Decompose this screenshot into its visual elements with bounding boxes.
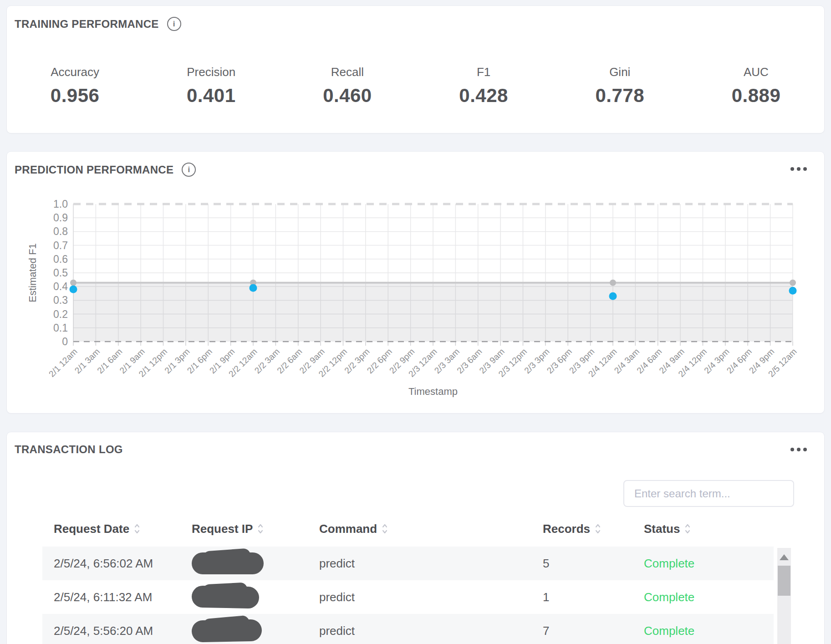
column-label: Request IP (192, 522, 253, 536)
search-input[interactable] (623, 480, 794, 507)
cell-records: 1 (543, 590, 644, 604)
svg-text:0.2: 0.2 (53, 308, 68, 320)
cell-status: Complete (644, 557, 774, 571)
sort-carets-icon (382, 523, 388, 535)
metric-value: 0.428 (416, 85, 552, 107)
info-icon[interactable]: i (182, 163, 196, 177)
table-row: 2/5/24, 6:56:02 AMpredict5Complete (42, 547, 774, 580)
column-label: Records (543, 522, 590, 536)
cell-command: predict (319, 557, 543, 571)
sort-carets-icon (684, 523, 691, 535)
cell-request-date: 2/5/24, 6:11:32 AM (54, 590, 192, 604)
metric-value: 0.401 (143, 85, 279, 107)
column-header-request-date[interactable]: Request Date (54, 522, 192, 536)
cell-status: Complete (644, 624, 774, 638)
scrollbar-thumb[interactable] (778, 566, 790, 596)
metric-gini: Gini0.778 (552, 65, 688, 107)
transaction-log-title: TRANSACTION LOG (15, 443, 123, 456)
redacted-ip-blob (192, 552, 264, 574)
svg-text:0.8: 0.8 (53, 225, 68, 237)
svg-text:0.7: 0.7 (53, 240, 68, 251)
cell-request-ip (192, 620, 319, 642)
table-header-row: Request DateRequest IPCommandRecordsStat… (42, 519, 774, 539)
sort-carets-icon (595, 523, 601, 535)
chart-canvas: 00.10.20.30.40.50.60.70.80.91.02/1 12am2… (7, 152, 825, 414)
cell-status: Complete (644, 590, 774, 604)
estimated-f1-chart: 00.10.20.30.40.50.60.70.80.91.02/1 12am2… (7, 152, 825, 414)
svg-text:1.0: 1.0 (53, 198, 68, 210)
column-label: Command (319, 522, 377, 536)
scrollbar-up-arrow-icon[interactable] (780, 554, 789, 560)
metric-label: Gini (552, 65, 688, 79)
svg-text:0.4: 0.4 (53, 281, 68, 292)
metric-auc: AUC0.889 (688, 65, 824, 107)
card-header: TRANSACTION LOG (15, 443, 123, 456)
metric-label: F1 (416, 65, 552, 79)
svg-text:0.1: 0.1 (53, 322, 68, 334)
cell-request-date: 2/5/24, 5:56:20 AM (54, 624, 192, 638)
metric-f1: F10.428 (416, 65, 552, 107)
column-header-status[interactable]: Status (644, 522, 774, 536)
column-header-command[interactable]: Command (319, 522, 543, 536)
svg-text:0.6: 0.6 (53, 253, 68, 265)
metric-accuracy: Accuracy0.956 (7, 65, 143, 107)
sort-carets-icon (134, 523, 140, 535)
column-header-records[interactable]: Records (543, 522, 644, 536)
metric-value: 0.460 (279, 85, 415, 107)
training-performance-title: TRAINING PERFORMANCE (15, 18, 159, 31)
svg-text:0.5: 0.5 (53, 267, 68, 279)
metric-recall: Recall0.460 (279, 65, 415, 107)
card-menu-ellipsis-icon[interactable] (790, 167, 807, 171)
column-label: Request Date (54, 522, 129, 536)
cell-command: predict (319, 624, 543, 638)
svg-text:0: 0 (62, 336, 68, 348)
metric-label: Precision (143, 65, 279, 79)
svg-text:0.3: 0.3 (53, 294, 68, 306)
table-row: 2/5/24, 6:11:32 AMpredict1Complete (42, 580, 774, 614)
cell-request-ip (192, 552, 319, 574)
card-header: TRAINING PERFORMANCE i (15, 17, 181, 31)
cell-records: 7 (543, 624, 644, 638)
column-header-request-ip[interactable]: Request IP (192, 522, 319, 536)
redacted-ip-blob (192, 619, 262, 643)
metric-label: Recall (279, 65, 415, 79)
prediction-performance-card: PREDICTION PERFORMANCE i 00.10.20.30.40.… (6, 151, 825, 414)
table-body: 2/5/24, 6:56:02 AMpredict5Complete2/5/24… (42, 547, 774, 644)
card-header: PREDICTION PERFORMANCE i (15, 163, 196, 177)
redacted-ip-blob (192, 585, 260, 608)
cell-request-ip (192, 586, 319, 608)
training-performance-card: TRAINING PERFORMANCE i Accuracy0.956Prec… (6, 5, 825, 133)
svg-text:Estimated F1: Estimated F1 (27, 243, 38, 302)
cell-command: predict (319, 590, 543, 604)
metric-label: AUC (688, 65, 824, 79)
prediction-performance-title: PREDICTION PERFORMANCE (15, 164, 173, 176)
metric-precision: Precision0.401 (143, 65, 279, 107)
cell-records: 5 (543, 557, 644, 571)
metric-label: Accuracy (7, 65, 143, 79)
training-metrics-row: Accuracy0.956Precision0.401Recall0.460F1… (7, 65, 824, 107)
svg-text:Timestamp: Timestamp (408, 386, 458, 397)
metric-value: 0.956 (7, 85, 143, 107)
svg-text:0.9: 0.9 (53, 212, 68, 224)
table-row: 2/5/24, 5:56:20 AMpredict7Complete (42, 614, 774, 644)
column-label: Status (644, 522, 680, 536)
sort-carets-icon (257, 523, 264, 535)
info-icon[interactable]: i (167, 17, 181, 31)
transaction-log-card: TRANSACTION LOG Request DateRequest IPCo… (6, 432, 825, 644)
card-menu-ellipsis-icon[interactable] (790, 448, 807, 451)
metric-value: 0.889 (688, 85, 824, 107)
table-scrollbar[interactable] (777, 548, 791, 644)
svg-text:2/1 12am: 2/1 12am (47, 347, 79, 379)
cell-request-date: 2/5/24, 6:56:02 AM (54, 557, 192, 571)
metric-value: 0.778 (552, 85, 688, 107)
